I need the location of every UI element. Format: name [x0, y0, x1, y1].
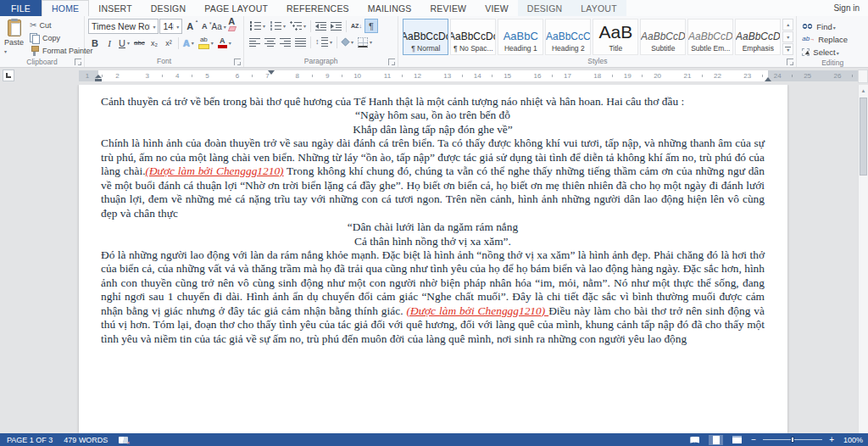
style-heading-1[interactable]: AaBbCHeading 1: [498, 19, 543, 55]
justify-button[interactable]: [293, 35, 308, 49]
text-highlight-button[interactable]: ab: [197, 36, 215, 50]
paragraph[interactable]: Đó là những người lao động với làn da rá…: [101, 248, 765, 346]
tab-design[interactable]: DESIGN: [142, 0, 195, 16]
underline-button[interactable]: U: [117, 36, 131, 50]
align-center-button[interactable]: [263, 35, 277, 49]
style-emphasis[interactable]: AaBbCcDEmphasis: [735, 19, 781, 55]
horizontal-ruler[interactable]: 1234567891011121314151617181920212223242…: [79, 70, 858, 81]
proofing-status-icon[interactable]: [119, 437, 128, 443]
sign-in-link[interactable]: Sign in: [833, 0, 860, 16]
clear-formatting-button[interactable]: A: [226, 20, 240, 34]
first-line-indent-marker[interactable]: [268, 70, 275, 75]
bullets-button[interactable]: [248, 19, 267, 33]
paragraph[interactable]: “Ngày hôm sau, ồn ào trên bến đỗ: [101, 109, 765, 122]
change-case-button[interactable]: Aa: [212, 20, 225, 34]
zoom-slider-thumb[interactable]: [791, 437, 794, 443]
zoom-in-button[interactable]: +: [829, 436, 834, 444]
style-title[interactable]: AaBTitle: [593, 19, 638, 55]
right-indent-marker[interactable]: [765, 77, 771, 81]
align-left-button[interactable]: [248, 35, 262, 49]
zoom-level[interactable]: 100%: [841, 436, 863, 444]
tab-insert[interactable]: INSERT: [89, 0, 142, 16]
show-hide-paragraph-marks-button[interactable]: ¶: [364, 19, 378, 33]
shading-button[interactable]: [340, 35, 355, 49]
web-layout-button[interactable]: [730, 435, 744, 445]
align-center-icon: [264, 38, 275, 47]
tab-mailings[interactable]: MAILINGS: [359, 0, 421, 16]
page-indicator[interactable]: PAGE 1 OF 3: [7, 436, 53, 444]
style-subtle-em[interactable]: AaBbCcDSubtle Em...: [687, 19, 733, 55]
styles-dialog-launcher[interactable]: [787, 59, 793, 65]
align-right-icon: [280, 38, 291, 47]
font-size-combo[interactable]: 14: [159, 19, 182, 34]
style-subtitle[interactable]: AaBbCcDSubtitle: [640, 19, 686, 55]
tab-layout-contextual[interactable]: LAYOUT: [571, 0, 626, 16]
superscript-button[interactable]: x²: [162, 36, 175, 50]
left-indent-marker[interactable]: [95, 79, 102, 82]
select-button[interactable]: Select: [800, 46, 849, 58]
style-no-spac[interactable]: AaBbCcDc¶ No Spac...: [450, 19, 496, 55]
paragraph[interactable]: Cảnh thuyền cá trở về bến trong bài thơ …: [101, 95, 765, 109]
styles-more-button[interactable]: [782, 43, 793, 55]
borders-button[interactable]: [356, 35, 374, 49]
tab-references[interactable]: REFERENCES: [277, 0, 359, 16]
find-button[interactable]: Find: [800, 20, 849, 32]
paragraph[interactable]: Khắp dân làng tấp nập đón ghe về”: [101, 123, 765, 137]
strikethrough-button[interactable]: abc: [132, 36, 147, 50]
copy-label: Copy: [42, 34, 60, 42]
clipboard-dialog-launcher[interactable]: [75, 59, 81, 65]
read-mode-button[interactable]: [687, 435, 702, 445]
copy-icon: [30, 33, 40, 43]
replace-icon: ab: [802, 36, 815, 42]
ruler-number: 11: [384, 71, 391, 81]
clipboard-group: Paste ✂ Cut Copy Format Painter: [0, 16, 85, 67]
tab-home[interactable]: HOME: [42, 0, 89, 16]
ruler-toggle-button[interactable]: [858, 70, 868, 83]
style-preview: AaBbCcDc: [403, 21, 448, 42]
paragraph[interactable]: “Dân chài lưới làn da ngăm rám nắng: [101, 220, 765, 234]
line-spacing-button[interactable]: [314, 35, 334, 49]
font-dialog-launcher[interactable]: [234, 59, 241, 65]
tab-file[interactable]: FILE: [0, 0, 42, 16]
hanging-indent-marker[interactable]: [95, 75, 102, 78]
decrease-indent-button[interactable]: [314, 19, 328, 33]
paragraph[interactable]: Cả thân hình nồng thở vị xa xăm”.: [101, 235, 765, 248]
grow-font-button[interactable]: A: [183, 20, 197, 34]
zoom-slider[interactable]: [763, 436, 822, 443]
divider: [346, 20, 347, 32]
style-heading-2[interactable]: AaBbCcCHeading 2: [545, 19, 591, 55]
tab-view[interactable]: VIEW: [476, 0, 518, 16]
tab-page-layout[interactable]: PAGE LAYOUT: [195, 0, 277, 16]
shrink-font-button[interactable]: A: [198, 20, 211, 34]
word-count[interactable]: 479 WORDS: [64, 436, 108, 444]
vertical-scrollbar[interactable]: ▲: [858, 85, 868, 433]
multilevel-list-button[interactable]: [288, 19, 308, 33]
increase-indent-button[interactable]: [329, 19, 343, 33]
styles-scroll-down-button[interactable]: [782, 31, 793, 43]
tab-design-contextual[interactable]: DESIGN: [518, 0, 571, 16]
align-right-button[interactable]: [278, 35, 292, 49]
status-bar: PAGE 1 OF 3 479 WORDS − + 100%: [0, 433, 868, 446]
subscript-button[interactable]: x₂: [147, 36, 161, 50]
style-normal[interactable]: AaBbCcDc¶ Normal: [403, 19, 448, 55]
paragraph-dialog-launcher[interactable]: [388, 59, 395, 65]
paste-button[interactable]: Paste: [3, 19, 25, 56]
text-effects-button[interactable]: A: [181, 36, 196, 50]
scrollbar-thumb[interactable]: [860, 98, 867, 176]
zoom-out-button[interactable]: −: [751, 436, 756, 444]
replace-button[interactable]: ab Replace: [800, 33, 849, 45]
font-name-combo[interactable]: Times New Ro: [88, 19, 159, 34]
ribbon-tab-strip: FILEHOMEINSERTDESIGNPAGE LAYOUTREFERENCE…: [0, 0, 868, 16]
print-layout-button[interactable]: [709, 435, 723, 445]
styles-scroll-up-button[interactable]: [782, 19, 793, 31]
document-text[interactable]: Cảnh thuyền cá trở về bến trong bài thơ …: [79, 85, 787, 346]
scroll-up-arrow[interactable]: ▲: [859, 85, 868, 96]
sort-button[interactable]: AZ: [349, 19, 364, 33]
bold-button[interactable]: B: [88, 36, 102, 50]
tab-review[interactable]: REVIEW: [421, 0, 476, 16]
font-color-button[interactable]: A: [216, 36, 233, 50]
paragraph[interactable]: Chính là hình ảnh của đoàn thuyền trở về…: [101, 137, 765, 220]
italic-button[interactable]: I: [103, 36, 116, 50]
numbering-button[interactable]: [268, 19, 287, 33]
tab-stop-selector[interactable]: [3, 70, 14, 81]
